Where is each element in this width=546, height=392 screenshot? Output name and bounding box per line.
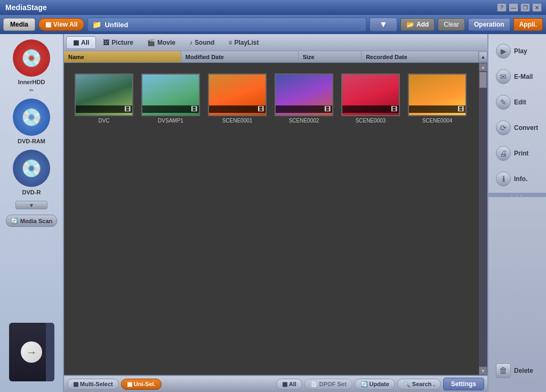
media-scan-button[interactable]: 🔄 Media Scan — [6, 215, 58, 227]
grid-area: 🎞DVC🎞DVSAMP1🎞SCENE0001🎞SCENE0002🎞SCENE00… — [64, 63, 487, 375]
sort-button[interactable]: ▲ — [479, 52, 487, 62]
email-label: E-Mail — [514, 73, 533, 80]
device-innerhdd[interactable]: 💿 InnerHDD ✏ — [13, 39, 50, 93]
multi-select-button[interactable]: ▦ Multi-Select — [67, 379, 119, 390]
dvdram-label: DVD-RAM — [18, 138, 45, 144]
appli-button[interactable]: Appli. — [513, 18, 543, 31]
sidebar-scroll-down[interactable]: ▼ — [15, 201, 47, 209]
restore-button[interactable]: ❐ — [520, 3, 530, 12]
all-icon: ▦ — [282, 381, 287, 388]
bottom-bar: ▦ Multi-Select ▦ Uni-Sel. ▦ All 📄 DPOF S… — [64, 375, 487, 392]
convert-icon: ⟳ — [496, 120, 511, 135]
scroll-up-button[interactable]: ▲ — [479, 63, 487, 71]
camera-arrow: → — [21, 341, 42, 363]
tab-all[interactable]: ▦ All — [66, 36, 96, 49]
playlist-tab-icon: ≡ — [228, 39, 232, 46]
film-icon: 🎞 — [124, 105, 131, 113]
dvdram-icon: 💿 — [13, 99, 50, 136]
operation-button[interactable]: Operation — [468, 18, 510, 31]
device-dvdram[interactable]: 💿 DVD-RAM — [13, 99, 50, 144]
tab-movie[interactable]: 🎬 Movie — [140, 36, 182, 49]
titlebar: MediaStage ? — ❐ ✕ — [0, 0, 546, 15]
all-button[interactable]: ▦ All — [276, 379, 302, 390]
toolbar: Media ▦ View All 📁 Unfiled ▼ 📂 Add Clear… — [0, 15, 546, 34]
media-item-dvsamp1[interactable]: 🎞DVSAMP1 — [141, 74, 200, 124]
print-button[interactable]: 🖨 Print — [492, 143, 543, 164]
col-size[interactable]: Size — [299, 51, 362, 62]
camera-container: → — [9, 232, 54, 387]
film-strip-scene0001: 🎞 — [209, 105, 266, 113]
view-all-button[interactable]: ▦ View All — [38, 18, 84, 31]
camera-stripe — [46, 323, 54, 381]
search-icon: 🔍 — [403, 381, 411, 388]
app-title: MediaStage — [5, 3, 47, 12]
film-icon: 🎞 — [391, 105, 397, 113]
content: 💿 InnerHDD ✏ 💿 DVD-RAM 💿 DVD-R ▼ 🔄 Media… — [0, 34, 546, 392]
unisel-icon: ▦ — [127, 381, 132, 388]
media-item-scene0004[interactable]: 🎞SCENE0004 — [408, 74, 467, 124]
update-icon: 🔄 — [360, 381, 368, 388]
movie-tab-icon: 🎬 — [147, 39, 155, 46]
titlebar-left: MediaStage — [0, 3, 47, 12]
media-item-scene0003[interactable]: 🎞SCENE0003 — [341, 74, 400, 124]
email-button[interactable]: ✉ E-Mail — [492, 66, 543, 87]
delete-button[interactable]: 🗑 Delete — [492, 360, 543, 381]
settings-button[interactable]: Settings — [443, 378, 484, 390]
media-button[interactable]: Media — [3, 18, 35, 31]
print-icon: 🖨 — [496, 146, 511, 161]
col-headers: Name Modified Date Size Recorded Date ▲ — [64, 51, 487, 63]
close-button[interactable]: ✕ — [532, 3, 542, 12]
dpof-button[interactable]: 📄 DPOF Set — [304, 379, 352, 390]
info-button[interactable]: ℹ Info. — [492, 168, 543, 190]
dpof-icon: 📄 — [310, 381, 318, 388]
scrollbar: ▲ ▼ — [479, 63, 487, 375]
scroll-track[interactable] — [479, 71, 487, 366]
media-grid: 🎞DVC🎞DVSAMP1🎞SCENE0001🎞SCENE0002🎞SCENE00… — [64, 63, 479, 375]
picture-tab-icon: 🖼 — [103, 39, 109, 46]
col-recorded[interactable]: Recorded Date — [362, 51, 479, 62]
hdd-icon: 💿 — [13, 39, 50, 77]
thumb-label-scene0004: SCENE0004 — [422, 118, 453, 124]
sound-tab-icon: ♪ — [189, 39, 192, 46]
nav-down-button[interactable]: ▼ — [370, 18, 397, 31]
search-button[interactable]: 🔍 Search . — [397, 379, 441, 390]
play-label: Play — [514, 47, 527, 55]
hdd-edit-icon[interactable]: ✏ — [29, 87, 34, 93]
tab-playlist[interactable]: ≡ PlayList — [221, 36, 266, 49]
film-strip-dvc: 🎞 — [76, 105, 132, 113]
all-tab-icon: ▦ — [73, 39, 79, 46]
folder-icon: 📁 — [92, 20, 101, 29]
media-item-dvc[interactable]: 🎞DVC — [75, 74, 133, 124]
edit-label: Edit — [514, 99, 526, 106]
col-modified[interactable]: Modified Date — [181, 51, 299, 62]
scroll-down-button[interactable]: ▼ — [479, 366, 487, 375]
play-icon: ▶ — [496, 44, 511, 59]
film-icon: 🎞 — [258, 105, 264, 113]
delete-label: Delete — [514, 367, 533, 374]
play-button[interactable]: ▶ Play — [492, 40, 543, 62]
edit-icon: ✎ — [496, 95, 511, 110]
thumb-label-dvsamp1: DVSAMP1 — [158, 118, 183, 124]
divider-bar: • • • — [488, 193, 546, 197]
help-button[interactable]: ? — [497, 3, 507, 12]
hdd-label: InnerHDD — [18, 79, 45, 85]
col-name[interactable]: Name — [64, 51, 181, 62]
minimize-button[interactable]: — — [509, 3, 518, 12]
scroll-thumb[interactable] — [479, 72, 487, 88]
right-sidebar: ▶ Play ✉ E-Mail ✎ Edit ⟳ Convert 🖨 Print… — [487, 34, 546, 392]
convert-button[interactable]: ⟳ Convert — [492, 117, 543, 138]
tab-picture[interactable]: 🖼 Picture — [96, 36, 140, 49]
edit-button[interactable]: ✎ Edit — [492, 92, 543, 113]
device-dvdr[interactable]: 💿 DVD-R — [13, 150, 50, 195]
folder-bar: 📁 Unfiled — [87, 18, 366, 31]
add-button[interactable]: 📂 Add — [400, 18, 435, 31]
thumb-label-dvc: DVC — [98, 118, 109, 124]
camera-body: → — [9, 323, 54, 381]
media-item-scene0001[interactable]: 🎞SCENE0001 — [208, 74, 267, 124]
thumb-label-scene0001: SCENE0001 — [222, 118, 253, 124]
tab-sound[interactable]: ♪ Sound — [182, 36, 221, 49]
media-item-scene0002[interactable]: 🎞SCENE0002 — [275, 74, 333, 124]
update-button[interactable]: 🔄 Update — [355, 379, 395, 390]
uni-sel-button[interactable]: ▦ Uni-Sel. — [121, 379, 162, 390]
clear-button[interactable]: Clear — [438, 18, 465, 31]
